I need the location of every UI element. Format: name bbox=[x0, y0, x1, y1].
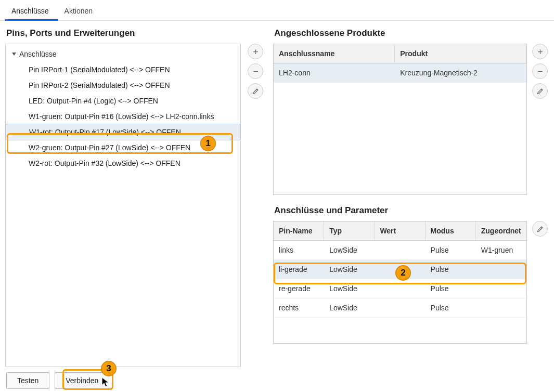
cell: re-gerade bbox=[274, 279, 324, 298]
cell: LowSide bbox=[324, 260, 375, 279]
cell: Pulse bbox=[426, 260, 476, 279]
col-pinname: Pin-Name bbox=[274, 221, 324, 240]
products-header: Anschlussname Produkt bbox=[273, 44, 527, 63]
cell: W1-gruen bbox=[476, 241, 526, 259]
cell bbox=[476, 260, 526, 279]
tab-aktionen[interactable]: Aktionen bbox=[58, 2, 102, 20]
cell bbox=[375, 298, 425, 317]
cell-produkt: Kreuzung-Magnetisch-2 bbox=[395, 63, 526, 82]
products-table[interactable]: LH2-conn Kreuzung-Magnetisch-2 bbox=[273, 63, 527, 195]
tab-anschluesse[interactable]: Anschlüsse bbox=[5, 2, 58, 20]
params-title: Anschlüsse und Parameter bbox=[274, 205, 549, 216]
cell: Pulse bbox=[426, 298, 476, 317]
cell bbox=[375, 241, 425, 259]
params-table[interactable]: links LowSide Pulse W1-gruen li-gerade L… bbox=[273, 241, 527, 344]
pin-tree[interactable]: Anschlüsse Pin IRPort-1 (SerialModulated… bbox=[5, 44, 241, 367]
connect-button[interactable]: Verbinden bbox=[55, 372, 109, 389]
add-icon[interactable] bbox=[532, 44, 548, 59]
params-row[interactable]: links LowSide Pulse W1-gruen bbox=[274, 241, 526, 260]
col-modus: Modus bbox=[426, 221, 476, 240]
cell: li-gerade bbox=[274, 260, 324, 279]
callout-marker-3: 3 bbox=[101, 361, 117, 376]
edit-icon[interactable] bbox=[532, 221, 548, 237]
remove-icon[interactable] bbox=[532, 63, 548, 79]
test-button[interactable]: Testen bbox=[6, 372, 49, 389]
cell: Pulse bbox=[426, 241, 476, 259]
callout-marker-1: 1 bbox=[200, 136, 216, 151]
pins-title: Pins, Ports und Erweiterungen bbox=[6, 28, 263, 38]
tree-item[interactable]: W1-gruen: Output-Pin #16 (LowSide) <--> … bbox=[6, 109, 240, 124]
tabs-bar: Anschlüsse Aktionen bbox=[0, 0, 554, 21]
cell: LowSide bbox=[324, 241, 375, 259]
col-wert: Wert bbox=[375, 221, 425, 240]
cell: LowSide bbox=[324, 279, 375, 298]
params-header: Pin-Name Typ Wert Modus Zugeordnet bbox=[273, 221, 527, 241]
params-row[interactable]: rechts LowSide Pulse bbox=[274, 298, 526, 318]
cell: rechts bbox=[274, 298, 324, 317]
tree-root-node[interactable]: Anschlüsse bbox=[6, 46, 240, 62]
products-title: Angeschlossene Produkte bbox=[274, 28, 549, 38]
cell-anschlussname: LH2-conn bbox=[274, 63, 395, 82]
col-typ: Typ bbox=[324, 221, 375, 240]
tree-root-label: Anschlüsse bbox=[19, 50, 57, 58]
tree-item[interactable]: W2-rot: Output-Pin #32 (LowSide) <--> OF… bbox=[6, 155, 240, 171]
cell: Pulse bbox=[426, 279, 476, 298]
params-row[interactable]: re-gerade LowSide Pulse bbox=[274, 279, 526, 298]
cell: links bbox=[274, 241, 324, 259]
tree-item[interactable]: LED: Output-Pin #4 (Logic) <--> OFFEN bbox=[6, 93, 240, 109]
col-produkt: Produkt bbox=[395, 44, 526, 63]
cell: LowSide bbox=[324, 298, 375, 317]
edit-icon[interactable] bbox=[532, 83, 548, 99]
products-row[interactable]: LH2-conn Kreuzung-Magnetisch-2 bbox=[274, 63, 526, 83]
tree-item[interactable]: Pin IRPort-1 (SerialModulated) <--> OFFE… bbox=[6, 62, 240, 77]
col-anschlussname: Anschlussname bbox=[274, 44, 395, 63]
cell bbox=[476, 298, 526, 317]
chevron-down-icon[interactable] bbox=[12, 53, 16, 56]
cell bbox=[476, 279, 526, 298]
callout-marker-2: 2 bbox=[395, 265, 411, 281]
col-zugeordnet: Zugeordnet bbox=[476, 221, 526, 240]
cell bbox=[375, 279, 425, 298]
tree-item[interactable]: Pin IRPort-2 (SerialModulated) <--> OFFE… bbox=[6, 77, 240, 93]
